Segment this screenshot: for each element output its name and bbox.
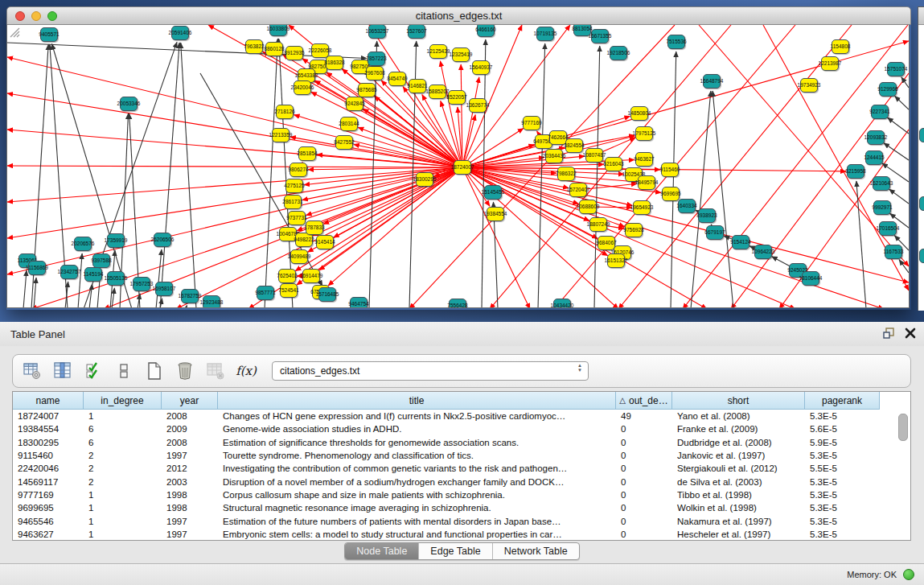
table-mode-icon[interactable] — [23, 361, 42, 381]
cell-year[interactable]: 1998 — [162, 490, 218, 500]
graph-node[interactable]: 10434420 — [553, 299, 571, 308]
cell-title[interactable]: Estimation of significance thresholds fo… — [218, 438, 616, 447]
table-row[interactable]: 1938455462009Genome-wide association stu… — [13, 422, 910, 435]
graph-edge[interactable] — [856, 181, 866, 307]
cell-in_degree[interactable]: 1 — [84, 411, 162, 421]
graph-node[interactable]: 19734923 — [800, 78, 818, 93]
graph-node[interactable]: 9405571 — [40, 27, 58, 42]
cell-short[interactable]: Nakamura et al. (1997) — [672, 517, 805, 526]
graph-node[interactable]: 7857223 — [368, 51, 385, 66]
cell-pagerank[interactable]: 5.9E-5 — [805, 438, 880, 447]
graph-edge[interactable] — [462, 25, 570, 167]
graph-node[interactable]: 12325419 — [452, 47, 470, 62]
graph-node[interactable]: 15885207 — [429, 84, 446, 99]
column-header-out_degree[interactable]: △out_de… — [616, 392, 672, 410]
graph-node[interactable]: 2861731 — [284, 195, 302, 209]
graph-node[interactable]: 9684067 — [598, 236, 615, 250]
network-window-titlebar[interactable]: citations_edges.txt — [6, 6, 911, 25]
graph-node[interactable]: 16914479 — [302, 269, 320, 283]
vertical-scrollbar-thumb[interactable] — [898, 414, 908, 441]
graph-node[interactable]: 18106444 — [802, 271, 819, 286]
cell-short[interactable]: Jankovic et al. (1997) — [672, 451, 805, 460]
cell-year[interactable]: 1997 — [162, 451, 218, 460]
function-builder-icon[interactable]: f(x) — [236, 361, 256, 381]
graph-node[interactable]: 17359919 — [107, 233, 125, 248]
graph-edge[interactable] — [23, 270, 27, 307]
graph-node[interactable]: 12342757 — [60, 265, 78, 279]
graph-node[interactable]: 1244415 — [865, 150, 883, 165]
cell-year[interactable]: 1997 — [162, 517, 218, 526]
cell-title[interactable]: Changes of HCN gene expression and I(f) … — [218, 411, 616, 421]
cell-year[interactable]: 1997 — [162, 529, 218, 539]
graph-node[interactable]: 9397588 — [92, 253, 110, 268]
graph-node[interactable]: 1640334 — [678, 199, 696, 213]
graph-edge[interactable] — [462, 77, 479, 167]
cell-short[interactable]: Dudbridge et al. (2008) — [672, 438, 805, 447]
graph-node[interactable]: 8938923 — [698, 208, 716, 223]
tab-node-table[interactable]: Node Table — [345, 543, 419, 559]
graph-node[interactable]: 9992971 — [873, 200, 891, 215]
cell-title[interactable]: Embryonic stem cells: a model to study s… — [218, 529, 616, 539]
cell-short[interactable]: de Silva et al. (2003) — [672, 477, 805, 487]
graph-node[interactable]: 9806274 — [290, 163, 307, 177]
graph-edge[interactable] — [7, 167, 462, 274]
cell-title[interactable]: Disruption of a novel member of a sodium… — [218, 477, 616, 487]
row-height-icon[interactable] — [114, 361, 133, 381]
cell-title[interactable]: Estimation of the future numbers of pati… — [218, 517, 616, 526]
cell-in_degree[interactable]: 6 — [84, 424, 162, 434]
graph-edge[interactable] — [594, 46, 600, 307]
graph-node[interactable]: 9875685 — [358, 83, 376, 97]
network-canvas[interactable]: 1872400779638228860128891293522226058982… — [6, 25, 910, 308]
graph-node[interactable]: 20591406 — [171, 26, 189, 40]
graph-edge[interactable] — [899, 260, 909, 273]
graph-node[interactable]: 13626774 — [469, 98, 487, 113]
column-header-title[interactable]: title — [218, 392, 616, 410]
cell-out_degree[interactable]: 49 — [616, 411, 672, 421]
graph-node[interactable]: 18724007 — [454, 160, 471, 175]
graph-node[interactable]: 9699695 — [662, 187, 680, 201]
graph-edge[interactable] — [671, 51, 676, 307]
table-selector-dropdown[interactable]: citations_edges.txt ▲▼ — [272, 361, 589, 381]
graph-node[interactable]: 1145194 — [84, 267, 102, 282]
graph-node[interactable]: 6679197 — [706, 225, 724, 240]
cell-name[interactable]: 9463627 — [13, 529, 84, 539]
cell-in_degree[interactable]: 2 — [84, 477, 162, 487]
graph-node[interactable]: 7963822 — [245, 39, 263, 54]
graph-node[interactable]: 9756928 — [625, 223, 643, 237]
graph-node[interactable]: 8813054 — [573, 25, 591, 36]
graph-node[interactable]: 15640937 — [472, 60, 490, 75]
cell-out_degree[interactable]: 0 — [616, 477, 672, 487]
graph-node[interactable]: 8860128 — [265, 42, 283, 56]
graph-edge[interactable] — [462, 25, 522, 167]
graph-node[interactable]: 23420046 — [294, 80, 311, 95]
cell-name[interactable]: 9777169 — [13, 490, 84, 500]
cell-out_degree[interactable]: 0 — [616, 517, 672, 526]
network-window[interactable]: citations_edges.txt 18724007796382288601… — [6, 6, 911, 310]
table-row[interactable]: 1872400712008Changes of HCN gene express… — [13, 410, 910, 422]
graph-node[interactable]: 9777169 — [523, 116, 540, 130]
graph-node[interactable]: 15720407 — [569, 183, 587, 197]
graph-node[interactable]: 10688609 — [579, 200, 597, 214]
graph-node[interactable]: 19218506 — [610, 46, 627, 60]
cell-in_degree[interactable]: 1 — [84, 529, 162, 539]
cell-title[interactable]: Corpus callosum shape and size in male p… — [218, 490, 616, 500]
column-header-in_degree[interactable]: in_degree — [84, 392, 162, 410]
graph-node[interactable]: 13505135 — [107, 271, 125, 286]
cell-in_degree[interactable]: 1 — [84, 517, 162, 526]
graph-node[interactable]: 8427552 — [335, 135, 353, 150]
graph-node[interactable]: 2967608 — [366, 66, 384, 80]
cell-out_degree[interactable]: 0 — [616, 451, 672, 460]
graph-edge[interactable] — [7, 167, 462, 202]
graph-node[interactable]: 9242845 — [346, 97, 363, 111]
graph-edge[interactable] — [538, 43, 545, 307]
graph-node[interactable]: 10719135 — [536, 27, 554, 41]
graph-node[interactable]: 15716485 — [318, 287, 336, 302]
cell-year[interactable]: 2008 — [162, 411, 218, 421]
delete-table-icon[interactable] — [206, 361, 225, 381]
column-header-name[interactable]: name — [13, 392, 84, 410]
column-header-pagerank[interactable]: pagerank — [805, 392, 880, 410]
graph-edge[interactable] — [334, 167, 462, 237]
cell-out_degree[interactable]: 0 — [616, 463, 672, 473]
graph-node[interactable]: 9146821 — [409, 79, 426, 93]
cell-short[interactable]: Wolkin et al. (1998) — [672, 503, 805, 513]
